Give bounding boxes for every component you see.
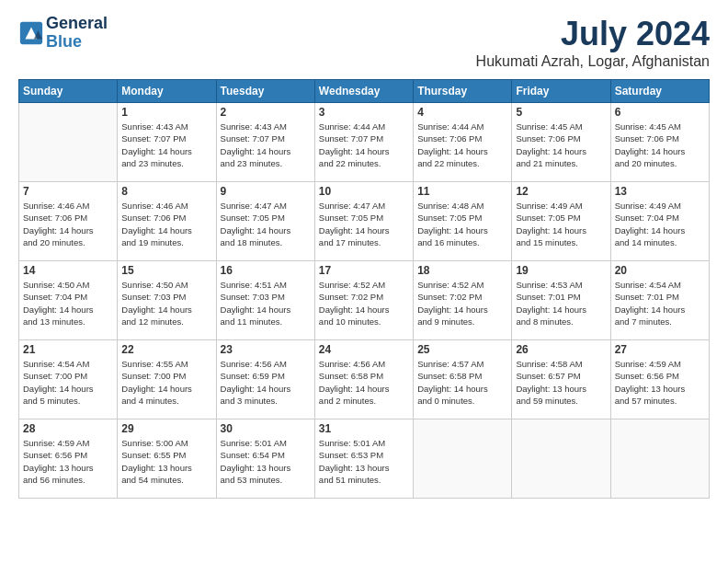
day-number: 12	[516, 185, 606, 198]
calendar-cell: 6Sunrise: 4:45 AMSunset: 7:06 PMDaylight…	[610, 103, 709, 182]
calendar-cell: 15Sunrise: 4:50 AMSunset: 7:03 PMDayligh…	[118, 261, 216, 340]
calendar-cell: 25Sunrise: 4:57 AMSunset: 6:58 PMDayligh…	[414, 340, 512, 419]
page-header: General Blue July 2024 Hukumati Azrah, L…	[18, 15, 710, 70]
day-info: Sunrise: 4:59 AMSunset: 6:56 PMDaylight:…	[615, 358, 705, 407]
day-number: 14	[23, 264, 113, 277]
day-info: Sunrise: 4:49 AMSunset: 7:05 PMDaylight:…	[516, 200, 606, 248]
calendar-cell: 26Sunrise: 4:58 AMSunset: 6:57 PMDayligh…	[512, 340, 610, 419]
calendar-cell: 18Sunrise: 4:52 AMSunset: 7:02 PMDayligh…	[414, 261, 512, 340]
day-number: 2	[221, 106, 311, 119]
day-number: 15	[121, 264, 211, 277]
calendar-cell: 17Sunrise: 4:52 AMSunset: 7:02 PMDayligh…	[314, 261, 413, 340]
calendar-cell: 4Sunrise: 4:44 AMSunset: 7:06 PMDaylight…	[414, 103, 512, 182]
day-number: 23	[221, 343, 311, 356]
day-number: 25	[417, 343, 507, 356]
day-info: Sunrise: 4:44 AMSunset: 7:07 PMDaylight:…	[319, 121, 409, 169]
calendar-cell: 29Sunrise: 5:00 AMSunset: 6:55 PMDayligh…	[118, 419, 216, 499]
calendar-cell: 12Sunrise: 4:49 AMSunset: 7:05 PMDayligh…	[512, 182, 610, 261]
calendar-cell: 1Sunrise: 4:43 AMSunset: 7:07 PMDaylight…	[118, 103, 216, 182]
calendar-cell: 22Sunrise: 4:55 AMSunset: 7:00 PMDayligh…	[118, 340, 216, 419]
weekday-header: Wednesday	[314, 80, 413, 103]
logo-line2: Blue	[46, 33, 108, 52]
weekday-header: Tuesday	[216, 80, 314, 103]
calendar-cell: 5Sunrise: 4:45 AMSunset: 7:06 PMDaylight…	[512, 103, 610, 182]
calendar-cell: 13Sunrise: 4:49 AMSunset: 7:04 PMDayligh…	[610, 182, 709, 261]
day-info: Sunrise: 4:45 AMSunset: 7:06 PMDaylight:…	[615, 121, 705, 169]
title-section: July 2024 Hukumati Azrah, Logar, Afghani…	[476, 15, 710, 70]
calendar-cell: 10Sunrise: 4:47 AMSunset: 7:05 PMDayligh…	[314, 182, 413, 261]
day-info: Sunrise: 4:47 AMSunset: 7:05 PMDaylight:…	[221, 200, 311, 248]
day-number: 21	[23, 343, 113, 356]
day-number: 5	[516, 106, 606, 119]
day-number: 17	[319, 264, 409, 277]
weekday-header: Saturday	[610, 80, 709, 103]
weekday-header: Thursday	[414, 80, 512, 103]
day-info: Sunrise: 4:56 AMSunset: 6:58 PMDaylight:…	[319, 358, 409, 407]
calendar-cell	[512, 419, 610, 499]
day-info: Sunrise: 5:01 AMSunset: 6:53 PMDaylight:…	[319, 437, 409, 486]
day-number: 29	[121, 422, 211, 435]
weekday-header: Monday	[118, 80, 216, 103]
calendar-cell	[414, 419, 512, 499]
day-info: Sunrise: 4:49 AMSunset: 7:04 PMDaylight:…	[615, 200, 705, 248]
day-number: 4	[417, 106, 507, 119]
day-number: 7	[23, 185, 113, 198]
calendar-cell: 20Sunrise: 4:54 AMSunset: 7:01 PMDayligh…	[610, 261, 709, 340]
calendar-cell: 7Sunrise: 4:46 AMSunset: 7:06 PMDaylight…	[19, 182, 118, 261]
day-info: Sunrise: 4:52 AMSunset: 7:02 PMDaylight:…	[417, 279, 507, 327]
calendar-cell: 23Sunrise: 4:56 AMSunset: 6:59 PMDayligh…	[216, 340, 314, 419]
calendar-cell: 30Sunrise: 5:01 AMSunset: 6:54 PMDayligh…	[216, 419, 314, 499]
calendar-cell	[610, 419, 709, 499]
day-info: Sunrise: 4:47 AMSunset: 7:05 PMDaylight:…	[319, 200, 409, 248]
logo: General Blue	[18, 15, 108, 52]
weekday-header: Sunday	[19, 80, 118, 103]
day-number: 9	[221, 185, 311, 198]
day-info: Sunrise: 4:59 AMSunset: 6:56 PMDaylight:…	[23, 437, 113, 486]
calendar-cell: 2Sunrise: 4:43 AMSunset: 7:07 PMDaylight…	[216, 103, 314, 182]
calendar-cell: 27Sunrise: 4:59 AMSunset: 6:56 PMDayligh…	[610, 340, 709, 419]
day-info: Sunrise: 4:50 AMSunset: 7:04 PMDaylight:…	[23, 279, 113, 327]
day-number: 24	[319, 343, 409, 356]
day-info: Sunrise: 4:54 AMSunset: 7:01 PMDaylight:…	[615, 279, 705, 327]
day-number: 3	[319, 106, 409, 119]
day-info: Sunrise: 4:53 AMSunset: 7:01 PMDaylight:…	[516, 279, 606, 327]
day-number: 13	[615, 185, 705, 198]
calendar-cell: 8Sunrise: 4:46 AMSunset: 7:06 PMDaylight…	[118, 182, 216, 261]
day-info: Sunrise: 4:46 AMSunset: 7:06 PMDaylight:…	[121, 200, 211, 248]
day-info: Sunrise: 4:51 AMSunset: 7:03 PMDaylight:…	[221, 279, 311, 327]
month-title: July 2024	[476, 15, 710, 53]
day-number: 19	[516, 264, 606, 277]
day-info: Sunrise: 4:57 AMSunset: 6:58 PMDaylight:…	[417, 358, 507, 407]
day-info: Sunrise: 4:54 AMSunset: 7:00 PMDaylight:…	[23, 358, 113, 407]
day-number: 26	[516, 343, 606, 356]
day-info: Sunrise: 4:45 AMSunset: 7:06 PMDaylight:…	[516, 121, 606, 169]
calendar-cell: 21Sunrise: 4:54 AMSunset: 7:00 PMDayligh…	[19, 340, 118, 419]
calendar-cell: 9Sunrise: 4:47 AMSunset: 7:05 PMDaylight…	[216, 182, 314, 261]
weekday-header: Friday	[512, 80, 610, 103]
calendar-cell	[19, 103, 118, 182]
calendar-cell: 16Sunrise: 4:51 AMSunset: 7:03 PMDayligh…	[216, 261, 314, 340]
calendar-cell: 31Sunrise: 5:01 AMSunset: 6:53 PMDayligh…	[314, 419, 413, 499]
day-info: Sunrise: 4:46 AMSunset: 7:06 PMDaylight:…	[23, 200, 113, 248]
location-title: Hukumati Azrah, Logar, Afghanistan	[476, 53, 710, 70]
day-info: Sunrise: 4:55 AMSunset: 7:00 PMDaylight:…	[121, 358, 211, 407]
day-number: 18	[417, 264, 507, 277]
calendar-table: SundayMondayTuesdayWednesdayThursdayFrid…	[18, 79, 710, 499]
calendar-cell: 11Sunrise: 4:48 AMSunset: 7:05 PMDayligh…	[414, 182, 512, 261]
day-number: 10	[319, 185, 409, 198]
day-info: Sunrise: 4:52 AMSunset: 7:02 PMDaylight:…	[319, 279, 409, 327]
calendar-cell: 28Sunrise: 4:59 AMSunset: 6:56 PMDayligh…	[19, 419, 118, 499]
day-number: 28	[23, 422, 113, 435]
calendar-cell: 3Sunrise: 4:44 AMSunset: 7:07 PMDaylight…	[314, 103, 413, 182]
logo-icon	[18, 20, 44, 46]
day-info: Sunrise: 4:50 AMSunset: 7:03 PMDaylight:…	[121, 279, 211, 327]
day-number: 6	[615, 106, 705, 119]
calendar-cell: 24Sunrise: 4:56 AMSunset: 6:58 PMDayligh…	[314, 340, 413, 419]
day-info: Sunrise: 4:48 AMSunset: 7:05 PMDaylight:…	[417, 200, 507, 248]
logo-line1: General	[46, 15, 108, 33]
day-info: Sunrise: 5:00 AMSunset: 6:55 PMDaylight:…	[121, 437, 211, 486]
day-number: 22	[121, 343, 211, 356]
day-info: Sunrise: 4:43 AMSunset: 7:07 PMDaylight:…	[221, 121, 311, 169]
day-number: 20	[615, 264, 705, 277]
day-number: 1	[121, 106, 211, 119]
